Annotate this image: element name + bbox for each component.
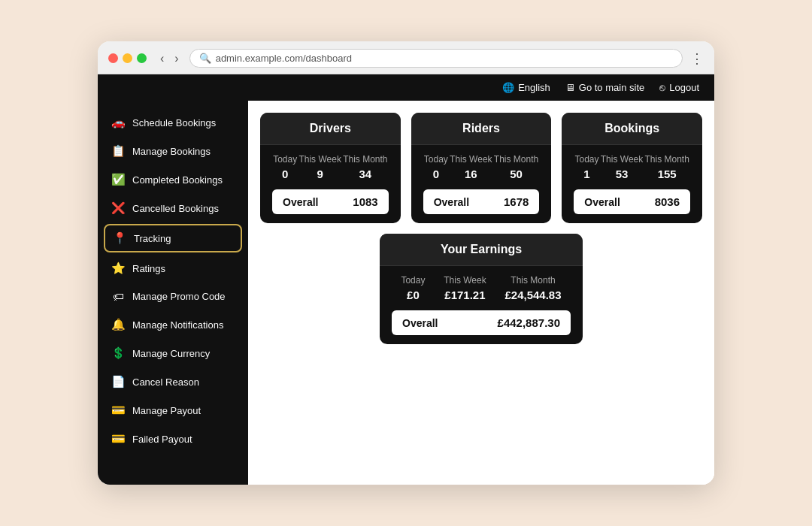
search-icon: 🔍 bbox=[199, 53, 211, 64]
sidebar-label-ratings: Ratings bbox=[132, 263, 165, 274]
period-month-riders: This Month 50 bbox=[494, 154, 538, 180]
stat-card-bookings: Bookings Today 1 This Week 53 This Month… bbox=[562, 113, 702, 223]
browser-content: 🌐 English 🖥 Go to main site ⎋ Logout 🚗Sc… bbox=[98, 74, 714, 485]
cancel-reason-icon: 📄 bbox=[111, 375, 125, 388]
go-to-main-site-link[interactable]: 🖥 Go to main site bbox=[565, 82, 644, 93]
dashboard: Drivers Today 0 This Week 9 This Month 3… bbox=[248, 101, 714, 485]
card-title-riders: Riders bbox=[411, 113, 552, 145]
stat-overall-bookings: Overall 8036 bbox=[574, 189, 690, 214]
stat-periods-riders: Today 0 This Week 16 This Month 50 bbox=[423, 154, 540, 180]
period-month-drivers: This Month 34 bbox=[343, 154, 387, 180]
earnings-card: Your Earnings Today £0 This Week £171.21… bbox=[380, 234, 583, 344]
url-input[interactable] bbox=[216, 53, 673, 64]
earnings-periods: Today £0 This Week £171.21 This Month £2… bbox=[392, 275, 571, 301]
sidebar-item-manage-promo-code[interactable]: 🏷Manage Promo Code bbox=[98, 283, 248, 310]
language-label: English bbox=[518, 82, 550, 93]
earnings-body: Today £0 This Week £171.21 This Month £2… bbox=[380, 266, 583, 344]
sidebar-label-completed-bookings: Completed Bookings bbox=[132, 174, 223, 186]
browser-menu-icon[interactable]: ⋮ bbox=[690, 50, 704, 67]
sidebar-label-manage-notifications: Manage Notifications bbox=[132, 319, 223, 331]
stat-periods-drivers: Today 0 This Week 9 This Month 34 bbox=[272, 154, 389, 180]
manage-promo-code-icon: 🏷 bbox=[111, 290, 125, 303]
logout-icon: ⎋ bbox=[659, 82, 665, 93]
tracking-icon: 📍 bbox=[113, 231, 126, 245]
sidebar-label-cancelled-bookings: Cancelled Bookings bbox=[132, 203, 219, 214]
schedule-bookings-icon: 🚗 bbox=[111, 116, 125, 129]
card-body-bookings: Today 1 This Week 53 This Month 155 Over… bbox=[562, 145, 702, 223]
manage-payout-icon: 💳 bbox=[111, 404, 125, 417]
ratings-icon: ⭐ bbox=[111, 261, 125, 275]
sidebar-item-failed-payout[interactable]: 💳Failed Payout bbox=[98, 425, 248, 453]
period-today-drivers: Today 0 bbox=[273, 154, 297, 180]
globe-icon: 🌐 bbox=[502, 82, 514, 93]
main-layout: 🚗Schedule Bookings📋Manage Bookings✅Compl… bbox=[98, 101, 714, 485]
manage-bookings-icon: 📋 bbox=[111, 144, 125, 158]
language-selector[interactable]: 🌐 English bbox=[502, 82, 550, 93]
manage-notifications-icon: 🔔 bbox=[111, 318, 125, 331]
main-site-label: Go to main site bbox=[579, 82, 644, 93]
earnings-today: Today £0 bbox=[401, 275, 425, 301]
earnings-row: Your Earnings Today £0 This Week £171.21… bbox=[260, 234, 702, 344]
monitor-icon: 🖥 bbox=[565, 82, 575, 93]
sidebar-label-tracking: Tracking bbox=[134, 233, 171, 244]
period-month-bookings: This Month 155 bbox=[645, 154, 689, 180]
maximize-button[interactable] bbox=[137, 53, 147, 63]
nav-buttons: ‹ › bbox=[157, 50, 182, 67]
period-week-bookings: This Week 53 bbox=[601, 154, 643, 180]
sidebar: 🚗Schedule Bookings📋Manage Bookings✅Compl… bbox=[98, 101, 248, 485]
card-body-drivers: Today 0 This Week 9 This Month 34 Overal… bbox=[260, 145, 401, 223]
sidebar-item-cancelled-bookings[interactable]: ❌Cancelled Bookings bbox=[98, 194, 248, 222]
minimize-button[interactable] bbox=[123, 53, 132, 63]
period-week-riders: This Week 16 bbox=[450, 154, 492, 180]
sidebar-label-manage-payout: Manage Payout bbox=[132, 405, 201, 416]
back-button[interactable]: ‹ bbox=[157, 50, 167, 67]
logout-button[interactable]: ⎋ Logout bbox=[659, 82, 699, 93]
period-week-drivers: This Week 9 bbox=[298, 154, 341, 180]
earnings-title: Your Earnings bbox=[380, 234, 583, 266]
sidebar-label-cancel-reason: Cancel Reason bbox=[132, 376, 199, 388]
stat-overall-riders: Overall 1678 bbox=[423, 189, 540, 214]
card-title-bookings: Bookings bbox=[562, 113, 702, 145]
sidebar-item-schedule-bookings[interactable]: 🚗Schedule Bookings bbox=[98, 108, 248, 137]
earnings-overall: Overall £442,887.30 bbox=[392, 310, 571, 335]
traffic-lights bbox=[108, 53, 147, 63]
browser-window: ‹ › 🔍 ⋮ 🌐 English 🖥 Go to main site ⎋ Lo… bbox=[98, 41, 714, 485]
sidebar-label-manage-promo-code: Manage Promo Code bbox=[132, 291, 226, 302]
sidebar-label-manage-bookings: Manage Bookings bbox=[132, 146, 211, 157]
sidebar-label-manage-currency: Manage Currency bbox=[132, 348, 210, 359]
manage-currency-icon: 💲 bbox=[111, 346, 125, 360]
sidebar-item-completed-bookings[interactable]: ✅Completed Bookings bbox=[98, 165, 248, 194]
failed-payout-icon: 💳 bbox=[111, 432, 125, 446]
logout-label: Logout bbox=[669, 82, 699, 93]
sidebar-item-manage-bookings[interactable]: 📋Manage Bookings bbox=[98, 137, 248, 165]
period-today-riders: Today 0 bbox=[424, 154, 448, 180]
browser-chrome: ‹ › 🔍 ⋮ bbox=[98, 41, 714, 74]
address-bar[interactable]: 🔍 bbox=[189, 49, 683, 68]
stat-periods-bookings: Today 1 This Week 53 This Month 155 bbox=[574, 154, 690, 180]
stat-card-riders: Riders Today 0 This Week 16 This Month 5… bbox=[411, 113, 552, 223]
stat-overall-drivers: Overall 1083 bbox=[272, 189, 389, 214]
sidebar-label-failed-payout: Failed Payout bbox=[132, 434, 192, 445]
sidebar-item-manage-notifications[interactable]: 🔔Manage Notifications bbox=[98, 310, 248, 339]
completed-bookings-icon: ✅ bbox=[111, 173, 125, 186]
top-navbar: 🌐 English 🖥 Go to main site ⎋ Logout bbox=[98, 74, 714, 101]
cancelled-bookings-icon: ❌ bbox=[111, 201, 125, 215]
earnings-month: This Month £24,544.83 bbox=[504, 275, 561, 301]
stat-card-drivers: Drivers Today 0 This Week 9 This Month 3… bbox=[260, 113, 401, 223]
card-title-drivers: Drivers bbox=[260, 113, 401, 145]
stats-cards-row: Drivers Today 0 This Week 9 This Month 3… bbox=[260, 113, 702, 223]
close-button[interactable] bbox=[108, 53, 118, 63]
forward-button[interactable]: › bbox=[171, 50, 181, 67]
period-today-bookings: Today 1 bbox=[574, 154, 598, 180]
earnings-week: This Week £171.21 bbox=[444, 275, 486, 301]
sidebar-item-manage-currency[interactable]: 💲Manage Currency bbox=[98, 339, 248, 367]
sidebar-label-schedule-bookings: Schedule Bookings bbox=[132, 117, 216, 128]
sidebar-item-manage-payout[interactable]: 💳Manage Payout bbox=[98, 396, 248, 425]
sidebar-item-ratings[interactable]: ⭐Ratings bbox=[98, 254, 248, 283]
card-body-riders: Today 0 This Week 16 This Month 50 Overa… bbox=[411, 145, 552, 223]
sidebar-item-cancel-reason[interactable]: 📄Cancel Reason bbox=[98, 367, 248, 396]
sidebar-item-tracking[interactable]: 📍Tracking bbox=[104, 224, 242, 252]
